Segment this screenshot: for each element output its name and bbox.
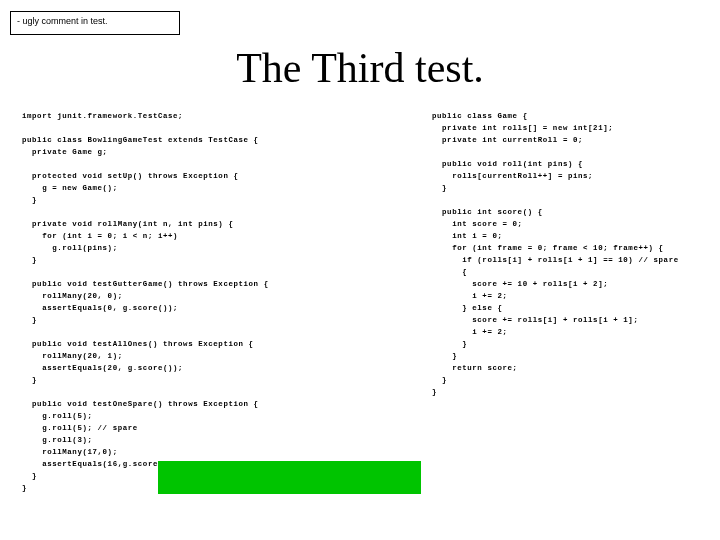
page-title: The Third test.	[0, 44, 720, 92]
green-status-bar	[158, 461, 421, 494]
code-block-left: import junit.framework.TestCase; public …	[22, 110, 402, 494]
code-block-right: public class Game { private int rolls[] …	[432, 110, 712, 398]
callout-box: - ugly comment in test.	[10, 11, 180, 35]
slide: - ugly comment in test. The Third test. …	[0, 0, 720, 540]
callout-text: - ugly comment in test.	[17, 16, 108, 26]
